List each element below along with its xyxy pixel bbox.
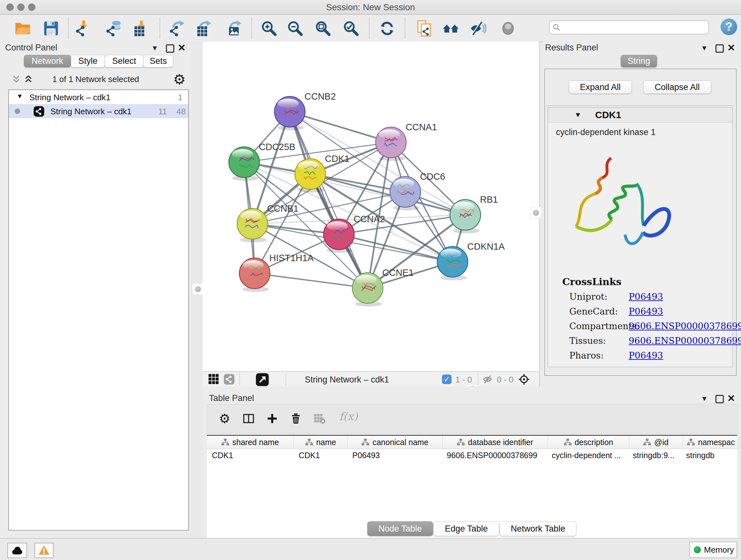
- columns-icon[interactable]: [243, 413, 255, 425]
- protein-expander-icon[interactable]: ▼: [575, 111, 582, 119]
- import-network-icon[interactable]: [75, 20, 92, 37]
- title-bar: Session: New Session: [0, 0, 741, 15]
- control-panel-title: Control Panel: [5, 43, 57, 53]
- collection-expander-icon[interactable]: ▼: [17, 92, 23, 100]
- node-CCNE1[interactable]: [352, 273, 383, 307]
- settings-gear-icon[interactable]: ⚙: [219, 413, 231, 425]
- column-header-database-identifier[interactable]: database identifier: [443, 436, 548, 449]
- hidden-items-icon[interactable]: [482, 374, 494, 385]
- crosslink-link[interactable]: 9606.ENSP00000378699: [629, 335, 741, 346]
- network-view-footer: String Network – cdk1 ✓ 1 - 0 0 - 0: [203, 371, 539, 387]
- network-view-icon[interactable]: [223, 374, 235, 385]
- node-CDKN1A[interactable]: [437, 246, 468, 280]
- crosslink-link[interactable]: P06493: [629, 350, 663, 361]
- left-splitter-handle[interactable]: [192, 283, 204, 295]
- clipboard-network-icon[interactable]: [416, 20, 433, 37]
- export-network-icon[interactable]: [169, 20, 186, 37]
- node-CDK1[interactable]: [295, 159, 326, 192]
- zoom-in-icon[interactable]: [261, 20, 277, 37]
- import-database-icon[interactable]: [106, 20, 122, 37]
- network-selection-status: 1 of 1 Network selected: [0, 74, 192, 84]
- network-options-gear-icon[interactable]: ⚙: [173, 71, 186, 87]
- zoom-selected-icon[interactable]: [343, 20, 359, 37]
- zoom-out-icon[interactable]: [287, 20, 304, 37]
- expand-all-button[interactable]: Expand All: [569, 80, 632, 94]
- grid-view-icon[interactable]: [208, 374, 219, 385]
- export-table-icon[interactable]: [196, 20, 212, 37]
- panel-close-icon[interactable]: ✕: [727, 42, 735, 53]
- fx-icon[interactable]: f(x): [339, 410, 365, 422]
- column-header-shared-name[interactable]: shared name: [207, 436, 294, 449]
- search-field[interactable]: [549, 20, 709, 35]
- collapse-all-button[interactable]: Collapse All: [643, 80, 711, 94]
- tab-string[interactable]: String: [621, 55, 657, 67]
- protein-section-header[interactable]: ▼ CDK1: [548, 108, 732, 123]
- panel-menu-icon[interactable]: ▼: [151, 44, 158, 52]
- delete-table-icon[interactable]: [314, 413, 326, 425]
- help-button[interactable]: ?: [721, 18, 737, 35]
- delete-column-icon[interactable]: [290, 413, 302, 425]
- panel-float-icon[interactable]: [716, 44, 724, 53]
- tab-sets[interactable]: Sets: [143, 55, 173, 67]
- fit-selected-icon[interactable]: [518, 373, 530, 385]
- selected-nodes-checkbox[interactable]: ✓: [442, 374, 452, 384]
- table-cell: stringdb:9...: [628, 449, 681, 462]
- zoom-fit-icon[interactable]: [315, 20, 331, 37]
- results-panel-title: Results Panel: [545, 43, 598, 53]
- panel-float-icon[interactable]: [166, 44, 174, 53]
- edge-CCNA2-CDKN1A[interactable]: [339, 234, 453, 262]
- edge-CCNE1-HIST1H1A[interactable]: [255, 273, 367, 288]
- save-session-icon[interactable]: [43, 20, 59, 37]
- edge-CCNB2-CCNA1[interactable]: [290, 112, 391, 142]
- network-collection-row[interactable]: ▼ String Network – cdk1 1: [9, 90, 188, 104]
- right-splitter-handle[interactable]: [530, 207, 542, 219]
- table-row[interactable]: CDK1CDK1P064939606.ENSP00000378699cyclin…: [207, 449, 737, 462]
- warnings-button[interactable]: [35, 543, 54, 558]
- node-CCNB2[interactable]: [274, 97, 305, 130]
- node-count: 11: [158, 107, 167, 117]
- tab-select[interactable]: Select: [105, 55, 144, 67]
- column-header-@id[interactable]: @id: [629, 436, 683, 449]
- tab-edge-table[interactable]: Edge Table: [434, 521, 499, 536]
- node-label-CDC25B: CDC25B: [259, 142, 295, 152]
- table-tabs: Node TableEdge TableNetwork Table: [203, 521, 741, 536]
- node-CDC25B[interactable]: [229, 147, 259, 181]
- toolbar-separator: [252, 18, 252, 38]
- node-CCNB1[interactable]: [237, 208, 268, 242]
- node-CCNA1[interactable]: [376, 127, 406, 161]
- column-header-name[interactable]: name: [294, 436, 348, 449]
- panel-menu-icon[interactable]: ▼: [701, 395, 708, 403]
- tab-style[interactable]: Style: [71, 55, 105, 67]
- panel-close-icon[interactable]: ✕: [178, 42, 186, 53]
- column-header-description[interactable]: description: [548, 436, 629, 449]
- hide-selected-icon[interactable]: [470, 20, 486, 37]
- import-table-icon[interactable]: [133, 20, 150, 37]
- network-canvas[interactable]: CCNB2CCNA1CDC25BCDK1CDC6RB1CCNB1CCNA2CDK…: [203, 42, 539, 371]
- panel-float-icon[interactable]: [716, 395, 724, 403]
- node-CDC6[interactable]: [390, 177, 421, 210]
- search-input[interactable]: [563, 22, 705, 33]
- memory-button[interactable]: Memory: [689, 542, 737, 558]
- node-RB1[interactable]: [450, 199, 481, 233]
- crosslink-link[interactable]: 9606.ENSP00000378699: [629, 321, 741, 331]
- crosslink-link[interactable]: P06493: [629, 292, 663, 302]
- show-all-icon[interactable]: [500, 20, 516, 37]
- network-row-selected[interactable]: String Network – cdk1 11 48: [9, 104, 188, 118]
- panel-close-icon[interactable]: ✕: [727, 393, 735, 404]
- string-home-icon[interactable]: [443, 20, 459, 37]
- panel-menu-icon[interactable]: ▼: [701, 44, 708, 52]
- table-cell: CDK1: [293, 449, 347, 462]
- tab-network-table[interactable]: Network Table: [500, 521, 577, 536]
- birdseye-view-icon[interactable]: [255, 373, 269, 387]
- refresh-icon[interactable]: [379, 20, 395, 37]
- cloud-button[interactable]: [7, 543, 27, 558]
- open-session-icon[interactable]: [14, 20, 31, 37]
- tab-network[interactable]: Network: [24, 55, 71, 67]
- add-column-icon[interactable]: [266, 413, 278, 425]
- tab-node-table[interactable]: Node Table: [367, 521, 433, 536]
- column-header-namespac[interactable]: namespac: [683, 436, 739, 449]
- crosslink-link[interactable]: P06493: [629, 306, 663, 317]
- export-image-icon[interactable]: [226, 20, 243, 37]
- node-HIST1H1A[interactable]: [239, 258, 270, 292]
- column-header-canonical-name[interactable]: canonical name: [348, 436, 443, 449]
